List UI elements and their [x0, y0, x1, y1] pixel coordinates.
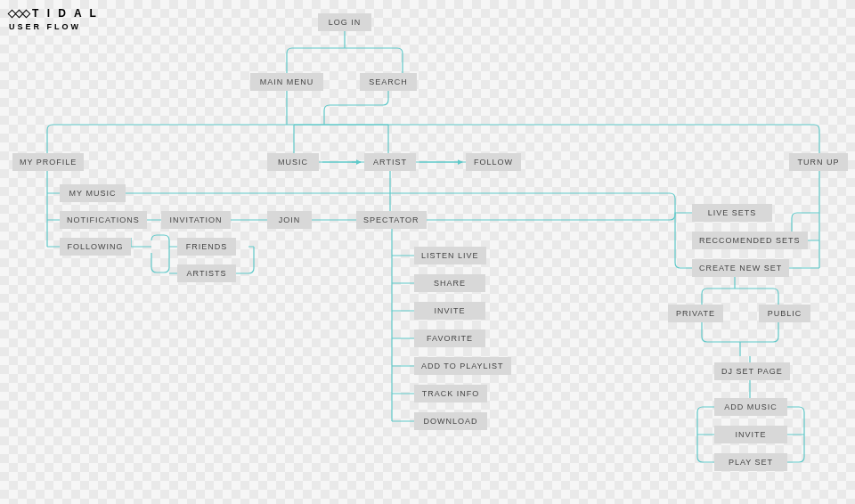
- node-join: JOIN: [267, 211, 312, 229]
- connector-8: [131, 235, 177, 273]
- connector-17: [702, 277, 778, 305]
- node-play-set: PLAY SET: [714, 453, 787, 471]
- node-invite2: INVITE: [714, 426, 787, 443]
- node-share: SHARE: [414, 274, 485, 292]
- connector-14: [426, 213, 692, 220]
- node-artist: ARTIST: [364, 153, 416, 171]
- node-following: FOLLOWING: [60, 238, 131, 256]
- node-create-new-set: CREATE NEW SET: [692, 259, 789, 277]
- connector-6: [47, 171, 60, 247]
- connector-13: [126, 193, 692, 268]
- connector-20: [697, 407, 714, 462]
- connector-3: [47, 125, 819, 153]
- node-search: SEARCH: [360, 73, 417, 91]
- node-private: PRIVATE: [668, 305, 723, 322]
- node-music: MUSIC: [267, 153, 319, 171]
- connector-11: [785, 171, 819, 268]
- connector-16: [392, 229, 414, 421]
- node-favorite: FAVORITE: [414, 329, 485, 347]
- node-recommended-sets: RECCOMENDED SETS: [692, 232, 808, 249]
- node-invitation: INVITATION: [161, 211, 231, 229]
- node-follow: FOLLOW: [466, 153, 521, 171]
- connector-18: [702, 322, 778, 356]
- node-friends: FRIENDS: [177, 238, 236, 256]
- node-add-music: ADD MUSIC: [714, 398, 787, 416]
- connector-21: [787, 407, 804, 462]
- node-my-music: MY MUSIC: [60, 184, 126, 202]
- connector-15: [236, 247, 254, 273]
- node-dj-set-page: DJ SET PAGE: [714, 362, 790, 380]
- node-add-to-playlist: ADD TO PLAYLIST: [414, 357, 511, 375]
- node-notifications: NOTIFICATIONS: [60, 211, 147, 229]
- node-invite: INVITE: [414, 302, 485, 320]
- node-download: DOWNLOAD: [414, 412, 487, 430]
- node-spectator: SPECTATOR: [356, 211, 427, 229]
- node-my-profile: MY PROFILE: [12, 153, 84, 171]
- node-listen-live: LISTEN LIVE: [414, 247, 486, 264]
- node-turn-up: TURN UP: [789, 153, 848, 171]
- node-public: PUBLIC: [759, 305, 810, 322]
- connector-5: [294, 125, 388, 153]
- node-artists: ARTISTS: [177, 264, 236, 282]
- node-main-menu: MAIN MENU: [250, 73, 323, 91]
- node-login: LOG IN: [318, 13, 371, 31]
- node-track-info: TRACK INFO: [414, 385, 487, 402]
- node-live-sets: LIVE SETS: [692, 204, 772, 222]
- connector-1: [287, 48, 403, 73]
- connector-2: [324, 91, 388, 125]
